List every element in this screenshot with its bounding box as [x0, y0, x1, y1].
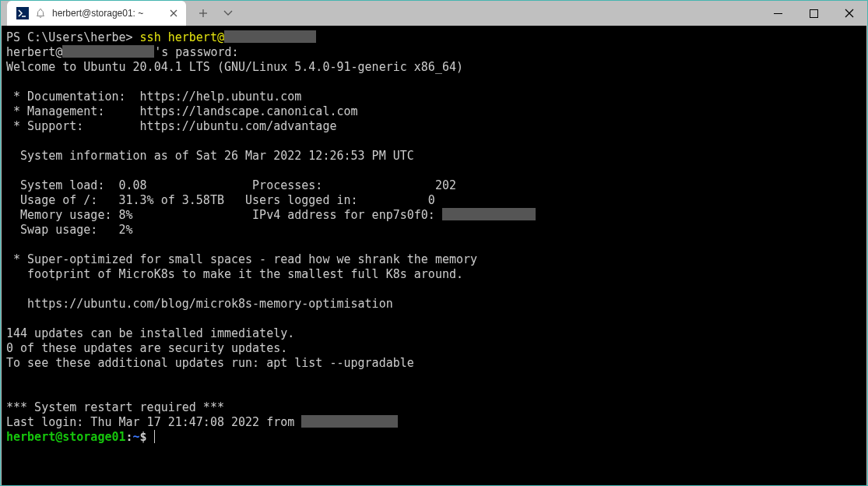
redacted-host: [224, 30, 316, 43]
redacted-from: [301, 415, 398, 428]
sysinfo-header: System information as of Sat 26 Mar 2022…: [6, 149, 414, 163]
swap-line: Swap usage: 2%: [6, 223, 133, 237]
prompt-path: ~: [133, 430, 140, 444]
opt-line1: * Super-optimized for small spaces - rea…: [6, 252, 477, 266]
prompt-colon: :: [126, 430, 133, 444]
ssh-command: ssh herbert@: [140, 30, 224, 44]
tab-dropdown-button[interactable]: [216, 2, 241, 24]
redacted-ip: [442, 208, 536, 220]
support-line: * Support: https://ubuntu.com/advantage: [6, 119, 336, 133]
tab-close-button[interactable]: [167, 7, 180, 19]
close-button[interactable]: [831, 1, 867, 26]
new-tab-button[interactable]: [191, 2, 216, 24]
lastlogin-line: Last login: Thu Mar 17 21:47:08 2022 fro…: [6, 415, 301, 429]
prompt-user: herbert@storage01: [6, 430, 126, 444]
redacted-host2: [62, 45, 154, 58]
pw-line-b: 's password:: [154, 45, 238, 59]
minimize-button[interactable]: [760, 1, 796, 26]
tabbar-actions: [191, 2, 241, 24]
restart-line: *** System restart required ***: [6, 400, 224, 414]
tab-title: herbert@storage01: ~: [52, 8, 167, 19]
updates-line2: 0 of these updates are security updates.: [6, 341, 287, 355]
terminal-body[interactable]: PS C:\Users\herbe> ssh herbert@ herbert@…: [2, 26, 866, 485]
tab-active[interactable]: herbert@storage01: ~: [7, 1, 186, 26]
mem-line: Memory usage: 8% IPv4 address for enp7s0…: [6, 208, 442, 222]
mgmt-line: * Management: https://landscape.canonica…: [6, 104, 358, 118]
bell-icon: [35, 8, 46, 19]
welcome-line: Welcome to Ubuntu 20.04.1 LTS (GNU/Linux…: [6, 60, 463, 74]
updates-line1: 144 updates can be installed immediately…: [6, 326, 294, 340]
maximize-button[interactable]: [796, 1, 831, 26]
ps-prompt: PS C:\Users\herbe>: [6, 30, 140, 44]
pw-line-a: herbert@: [6, 45, 62, 59]
cursor: [154, 430, 155, 443]
updates-line3: To see these additional updates run: apt…: [6, 356, 414, 370]
powershell-icon: [16, 7, 29, 19]
usage-line: Usage of /: 31.3% of 3.58TB Users logged…: [6, 193, 435, 207]
doc-line: * Documentation: https://help.ubuntu.com: [6, 90, 301, 104]
sysload-line: System load: 0.08 Processes: 202: [6, 178, 456, 192]
opt-link: https://ubuntu.com/blog/microk8s-memory-…: [6, 297, 393, 311]
opt-line2: footprint of MicroK8s to make it the sma…: [6, 267, 463, 281]
prompt-dollar: $: [140, 430, 154, 444]
window-controls: [760, 1, 867, 26]
titlebar: herbert@storage01: ~: [1, 1, 867, 26]
svg-rect-6: [810, 9, 817, 17]
